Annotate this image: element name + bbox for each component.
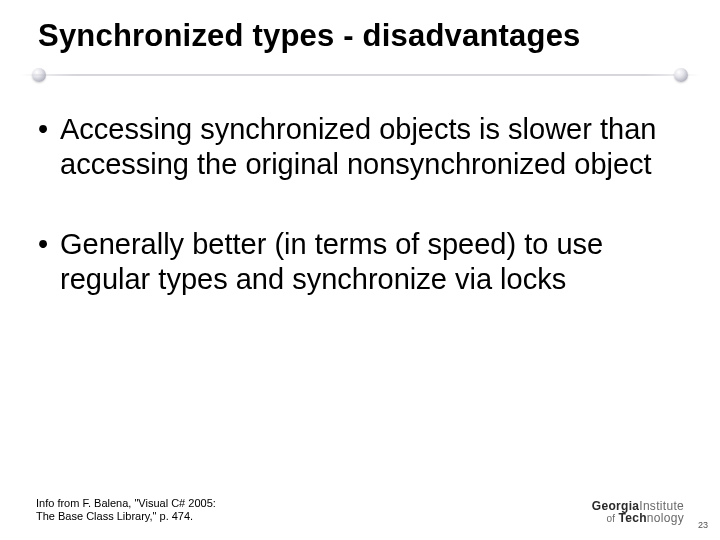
divider-line bbox=[20, 74, 700, 76]
slide-footer: Info from F. Balena, "Visual C# 2005: Th… bbox=[36, 497, 684, 525]
logo-text: GeorgiaInstitute of Technology bbox=[592, 500, 684, 524]
institution-logo: GeorgiaInstitute of Technology bbox=[592, 500, 684, 524]
bullet-item: • Accessing synchronized objects is slow… bbox=[38, 112, 682, 183]
logo-word: of bbox=[606, 513, 618, 524]
title-divider bbox=[32, 64, 688, 84]
citation-line: The Base Class Library," p. 474. bbox=[36, 510, 216, 524]
slide: Synchronized types - disadvantages • Acc… bbox=[0, 0, 720, 540]
logo-word: nology bbox=[647, 511, 684, 525]
logo-word: Tech bbox=[619, 511, 647, 525]
citation: Info from F. Balena, "Visual C# 2005: Th… bbox=[36, 497, 216, 525]
page-number: 23 bbox=[698, 520, 708, 530]
slide-body: • Accessing synchronized objects is slow… bbox=[32, 112, 688, 298]
bullet-text: Accessing synchronized objects is slower… bbox=[60, 112, 682, 183]
bullet-text: Generally better (in terms of speed) to … bbox=[60, 227, 682, 298]
bullet-dot-icon: • bbox=[38, 227, 60, 262]
divider-bead-right-icon bbox=[674, 68, 688, 82]
bullet-dot-icon: • bbox=[38, 112, 60, 147]
slide-title: Synchronized types - disadvantages bbox=[32, 18, 688, 54]
citation-line: Info from F. Balena, "Visual C# 2005: bbox=[36, 497, 216, 511]
bullet-item: • Generally better (in terms of speed) t… bbox=[38, 227, 682, 298]
